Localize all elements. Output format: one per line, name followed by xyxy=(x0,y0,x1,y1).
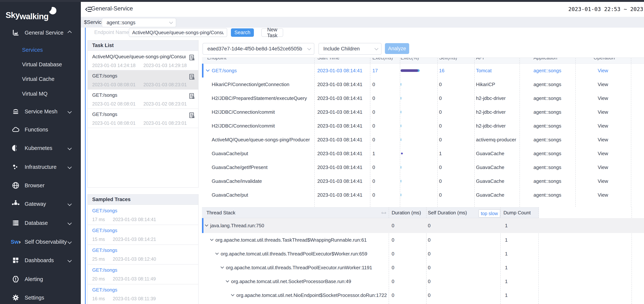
view-link[interactable]: View xyxy=(598,109,608,115)
task-name: GET:/songs xyxy=(92,92,117,98)
column-resize-icon[interactable]: ‹--› xyxy=(381,210,386,215)
span-name[interactable]: GuavaCache/invalidate xyxy=(212,178,262,184)
trace-id-select[interactable]: eaed37e7-1d4e-4f50-be8d-14e52ce6505b xyxy=(202,43,314,55)
top-slow-toggle[interactable]: top slow xyxy=(478,209,500,218)
span-row[interactable]: GuavaCache/put 2023-01-03 08:14:41 0 0 G… xyxy=(202,188,644,202)
analyze-button[interactable]: Analyze xyxy=(385,43,409,54)
trace-link[interactable]: GET:/songs xyxy=(92,287,117,293)
span-row[interactable]: GuavaCache/put 2023-01-03 08:14:41 1 1 G… xyxy=(202,146,644,160)
span-name[interactable]: ActiveMQ/Queue/queue-songs-ping/Producer xyxy=(212,137,310,143)
sidebar-item-virtual-mq[interactable]: Virtual MQ xyxy=(0,85,81,102)
sampled-trace-item[interactable]: GET:/songs 15 ms2023-01-03 08:14:21 xyxy=(88,225,198,245)
sidebar-item-dashboards[interactable]: Dashboards xyxy=(0,252,81,269)
skywalking-logo: Skywalking Skywalking xyxy=(6,9,56,20)
exec-percent-tick xyxy=(400,180,401,182)
task-list-header: Task List xyxy=(88,40,198,51)
span-api: GuavaCache xyxy=(476,151,504,156)
sidebar-item-gateway[interactable]: Gateway xyxy=(0,195,81,212)
task-list-item-selected[interactable]: GET:/songs 2023-01-03 08:08:012023-01-03… xyxy=(88,70,198,90)
chevron-down-icon[interactable] xyxy=(205,223,208,226)
frame-duration: 0 xyxy=(392,278,394,284)
exec-percent-fill xyxy=(400,69,418,72)
span-name[interactable]: H2/JDBC/Connection/commit xyxy=(212,123,275,129)
span-row[interactable]: H2/JDBC/Connection/commit 2023-01-03 08:… xyxy=(202,105,644,119)
sampled-trace-item[interactable]: GET:/songs 17 ms2023-01-03 08:14:41 xyxy=(88,205,198,225)
chevron-down-icon[interactable] xyxy=(220,265,224,268)
span-name[interactable]: GuavaCache/put xyxy=(212,192,248,198)
span-name[interactable]: H2/JDBC/Connection/commit xyxy=(212,109,275,115)
chevron-down-icon[interactable] xyxy=(226,279,229,282)
sidebar-item-alerting[interactable]: Alerting xyxy=(0,270,81,288)
view-link[interactable]: View xyxy=(598,96,608,101)
task-list-item[interactable]: GET:/songs 2023-01-01 08:08:012023-01-01… xyxy=(88,109,198,128)
span-name[interactable]: HikariCP/Connection/getConnection xyxy=(212,82,289,88)
frame-duration: 0 xyxy=(392,251,394,257)
view-link[interactable]: View xyxy=(598,68,608,74)
sidebar-item-kubernetes[interactable]: Kubernetes xyxy=(0,140,81,157)
sidebar-item-self-observability[interactable]: Sw› Self Observability xyxy=(0,233,81,250)
span-row[interactable]: GuavaCache/invalidate 2023-01-03 08:14:4… xyxy=(202,174,644,188)
span-name[interactable]: GET:/songs xyxy=(212,68,237,74)
stack-frame-row[interactable]: org.apache.tomcat.util.net.SocketProcess… xyxy=(202,274,644,288)
trace-link[interactable]: GET:/songs xyxy=(92,208,117,214)
span-api: activemq-producer xyxy=(476,137,516,143)
stack-frame-row[interactable]: org.apache.tomcat.util.threads.ThreadPoo… xyxy=(202,261,644,274)
view-link[interactable]: View xyxy=(598,82,608,88)
view-task-log-icon[interactable] xyxy=(188,92,195,100)
view-link[interactable]: View xyxy=(598,123,608,129)
sidebar-item-service-mesh[interactable]: Service Mesh xyxy=(0,103,81,120)
view-task-log-icon[interactable] xyxy=(188,54,195,62)
trace-link[interactable]: GET:/songs xyxy=(92,267,117,273)
task-list-item[interactable]: GET:/songs 2023-01-02 08:08:012023-01-02… xyxy=(88,90,198,109)
chevron-down-icon[interactable] xyxy=(231,293,234,296)
span-row[interactable]: H2/JDBC/Connection/commit 2023-01-03 08:… xyxy=(202,119,644,133)
trace-link[interactable]: GET:/songs xyxy=(92,248,117,253)
chevron-down-icon xyxy=(68,240,72,244)
search-button[interactable]: Search xyxy=(231,28,254,37)
view-task-log-icon[interactable] xyxy=(188,74,195,81)
frame-dump-count: 1 xyxy=(505,292,508,298)
span-name[interactable]: GuavaCache/getIfPresent xyxy=(212,164,268,170)
view-link[interactable]: View xyxy=(598,192,608,198)
sidebar-item-infrastructure[interactable]: Infrastructure xyxy=(0,158,81,176)
sampled-trace-item[interactable]: GET:/songs 25 ms2023-01-03 08:12:40 xyxy=(88,245,198,264)
span-name[interactable]: H2/JDBC/PreparedStatement/executeQuery xyxy=(212,96,307,101)
chevron-down-icon[interactable] xyxy=(206,68,210,72)
sidebar-item-settings[interactable]: Settings xyxy=(0,289,81,304)
view-link[interactable]: View xyxy=(598,137,608,143)
stack-frame-row[interactable]: org.apache.tomcat.util.net.NioEndpoint$S… xyxy=(202,288,644,302)
sidebar-item-database[interactable]: Database xyxy=(0,214,81,232)
service-select[interactable]: agent::songs xyxy=(102,18,176,27)
stack-frame-row[interactable]: org.apache.tomcat.util.threads.ThreadPoo… xyxy=(202,247,644,261)
include-children-select[interactable]: Include Children xyxy=(318,43,382,55)
span-start: 2023-01-03 08:14:41 xyxy=(317,178,362,184)
stack-frame-row[interactable]: org.apache.tomcat.util.threads.TaskThrea… xyxy=(202,233,644,247)
sampled-trace-item[interactable]: GET:/songs 20 ms2023-01-03 08:11:49 xyxy=(88,264,198,284)
sampled-trace-item[interactable]: GET:/songs 16 ms2023-01-03 08:11:39 xyxy=(88,284,198,304)
view-task-log-icon[interactable] xyxy=(188,112,195,119)
chevron-down-icon[interactable] xyxy=(215,251,218,255)
span-row-selected[interactable]: GET:/songs 2023-01-03 08:14:41 17 16 Tom… xyxy=(202,64,644,78)
view-link[interactable]: View xyxy=(598,151,608,156)
span-row[interactable]: H2/JDBC/PreparedStatement/executeQuery 2… xyxy=(202,91,644,105)
time-range[interactable]: 2023-01-03 22:53 ~ 2023 xyxy=(568,6,643,12)
new-task-button[interactable]: New Task xyxy=(261,28,283,37)
span-name[interactable]: GuavaCache/put xyxy=(212,151,248,156)
endpoint-name-input[interactable] xyxy=(129,28,227,37)
span-row[interactable]: GuavaCache/getIfPresent 2023-01-03 08:14… xyxy=(202,160,644,174)
view-link[interactable]: View xyxy=(598,164,608,170)
sidebar-item-general-service[interactable]: General Service xyxy=(0,24,81,41)
stack-frame-row-selected[interactable]: java.lang.Thread.run:750 0 0 1 xyxy=(202,218,644,233)
span-start: 2023-01-03 08:14:41 xyxy=(317,123,362,129)
service-bar: $Service agent::songs xyxy=(81,17,644,28)
view-link[interactable]: View xyxy=(598,178,608,184)
task-list-item[interactable]: ActiveMQ/Queue/queue-songs-ping/Consumer… xyxy=(88,51,198,70)
span-row[interactable]: HikariCP/Connection/getConnection 2023-0… xyxy=(202,78,644,91)
trace-link[interactable]: GET:/songs xyxy=(92,228,117,234)
sidebar-item-browser[interactable]: Browser xyxy=(0,177,81,194)
span-row[interactable]: ActiveMQ/Queue/queue-songs-ping/Producer… xyxy=(202,133,644,146)
chevron-down-icon[interactable] xyxy=(210,238,213,241)
sidebar-item-functions[interactable]: Functions xyxy=(0,121,81,138)
sidebar-item-label: Functions xyxy=(25,126,48,133)
task-times: 2023-01-03 14:24:182023-01-03 14:29:18 xyxy=(92,63,187,68)
